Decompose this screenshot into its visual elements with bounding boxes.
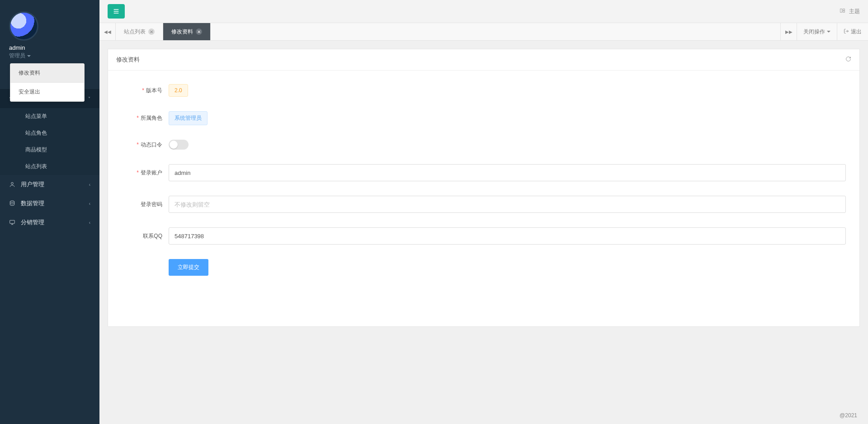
svg-rect-3 [840,9,842,13]
role-tag: 系统管理员 [169,111,208,125]
tabstrip-actions: ▶▶ 关闭操作 退出 [780,23,868,40]
sidebar: admin 管理员 修改资料 安全退出 ‹ 站点管理 ˅ 站点菜单 站点角色 商… [0,0,99,424]
field-otp [169,140,846,150]
caret-down-icon [27,55,31,57]
tab-edit-profile[interactable]: 修改资料 ✕ [163,23,211,40]
label-otp: *动态口令 [122,141,162,149]
tabs-scroll-left[interactable]: ◀◀ [99,23,116,40]
nav-dist-label: 分销管理 [21,218,44,226]
main-area: 主题 ◀◀ 站点列表 ✕ 修改资料 ✕ ▶▶ 关闭操作 [99,0,868,424]
close-ops-label: 关闭操作 [803,28,825,36]
nav-user-manage[interactable]: 用户管理 ‹ [0,175,99,194]
row-role: *所属角色 系统管理员 [122,111,846,125]
chevron-down-icon: ˅ [88,96,90,101]
panel-refresh-button[interactable] [845,56,851,63]
required-mark: * [137,115,139,121]
field-account [169,164,846,181]
nav-data-label: 数据管理 [21,199,44,207]
svg-rect-5 [843,11,845,12]
user-block: admin 管理员 修改资料 安全退出 [0,0,99,64]
subnav-site-list[interactable]: 站点列表 [0,158,99,175]
nav-dist-manage[interactable]: 分销管理 ‹ [0,213,99,232]
sidebar-toggle-button[interactable] [108,4,125,19]
user-role-label: 管理员 [9,52,25,60]
row-otp: *动态口令 [122,140,846,150]
svg-point-1 [10,201,14,203]
tabs-container: 站点列表 ✕ 修改资料 ✕ [116,23,780,40]
tab-site-list[interactable]: 站点列表 ✕ [116,23,163,40]
logout-icon [844,28,849,35]
username: admin [9,44,90,51]
user-icon [9,181,15,188]
row-version: *版本号 2.0 [122,84,846,97]
svg-rect-2 [10,220,15,223]
profile-panel: 修改资料 *版本号 2.0 *所属角色 [108,49,860,327]
chevron-left-icon: ‹ [89,220,90,225]
label-password: 登录密码 [122,201,162,208]
panel-header: 修改资料 [108,49,859,71]
field-version: 2.0 [169,84,846,97]
nav-data-manage[interactable]: 数据管理 ‹ [0,194,99,213]
subnav-site-menu[interactable]: 站点菜单 [0,108,99,125]
panel-title: 修改资料 [116,56,140,64]
avatar [9,11,38,41]
qq-input[interactable] [169,227,846,245]
monitor-icon [9,219,15,226]
field-submit: 立即提交 [169,259,846,276]
otp-switch[interactable] [169,140,189,150]
submit-button[interactable]: 立即提交 [169,259,208,276]
tabstrip: ◀◀ 站点列表 ✕ 修改资料 ✕ ▶▶ 关闭操作 退出 [99,23,868,41]
label-role: *所属角色 [122,114,162,122]
panel-body: *版本号 2.0 *所属角色 系统管理员 *动态口令 [108,71,859,326]
row-account: *登录账户 [122,164,846,181]
required-mark: * [137,170,139,176]
theme-icon [840,8,845,15]
content-area: 修改资料 *版本号 2.0 *所属角色 [99,41,868,424]
footer-copyright: @2021 [840,412,857,419]
nav-site-submenu: 站点菜单 站点角色 商品模型 站点列表 [0,108,99,175]
row-qq: 联系QQ [122,227,846,245]
dropdown-edit-profile[interactable]: 修改资料 [10,64,84,82]
field-password [169,196,846,213]
svg-rect-4 [843,9,845,10]
theme-button[interactable]: 主题 [849,8,860,15]
topbar-right: 主题 [840,8,860,15]
chevron-left-icon: ‹ [89,201,90,206]
label-account: *登录账户 [122,169,162,177]
topbar: 主题 [99,0,868,23]
required-mark: * [137,141,139,148]
tab-close-icon[interactable]: ✕ [148,28,155,35]
svg-point-0 [11,182,14,184]
logout-button[interactable]: 退出 [837,23,868,40]
tab-close-icon[interactable]: ✕ [196,28,202,35]
row-password: 登录密码 [122,196,846,213]
row-submit: 立即提交 [122,259,846,276]
chevron-left-icon: ‹ [89,182,90,187]
role-dropdown-toggle[interactable]: 管理员 [9,52,90,60]
label-qq: 联系QQ [122,232,162,240]
version-tag: 2.0 [169,84,188,97]
field-qq [169,227,846,245]
label-version: *版本号 [122,87,162,94]
nav-user-label: 用户管理 [21,180,44,188]
caret-down-icon [827,31,830,33]
subnav-goods-model[interactable]: 商品模型 [0,141,99,158]
role-dropdown-menu: 修改资料 安全退出 [10,63,85,102]
tab-label: 站点列表 [124,28,146,36]
subnav-site-role[interactable]: 站点角色 [0,125,99,141]
account-input[interactable] [169,164,846,181]
tab-label: 修改资料 [171,28,193,36]
tabs-close-ops[interactable]: 关闭操作 [797,23,837,40]
required-mark: * [142,87,144,94]
sidebar-nav: 站点管理 ˅ 站点菜单 站点角色 商品模型 站点列表 用户管理 ‹ 数据管理 ‹ [0,89,99,232]
field-role: 系统管理员 [169,111,846,125]
tabs-scroll-right[interactable]: ▶▶ [780,23,797,40]
logout-label: 退出 [851,28,862,36]
database-icon [9,200,15,207]
password-input[interactable] [169,196,846,213]
dropdown-logout[interactable]: 安全退出 [10,83,84,101]
